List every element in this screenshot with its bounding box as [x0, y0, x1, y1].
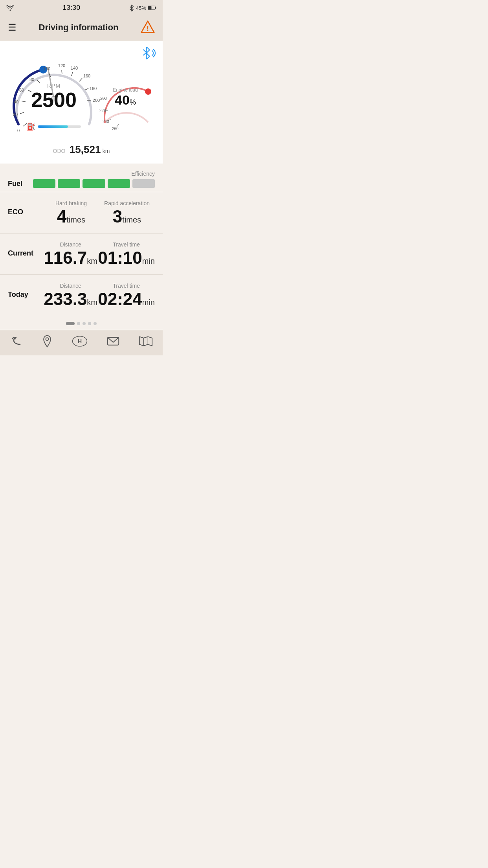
- fuel-bar: ⛽: [27, 122, 81, 131]
- current-distance-label: Distance: [43, 241, 98, 248]
- svg-text:260: 260: [112, 127, 119, 131]
- fuel-seg-2: [58, 179, 80, 188]
- odo-label: ODO: [53, 148, 66, 154]
- efficiency-section: Efficiency Fuel: [0, 164, 163, 192]
- battery-icon: [148, 5, 156, 11]
- rpm-display: RPM 2500: [31, 83, 77, 110]
- bottom-nav: H: [0, 330, 163, 355]
- nav-home[interactable]: H: [72, 335, 88, 348]
- fuel-segments: [33, 179, 155, 188]
- engine-load-value: 40%: [113, 93, 138, 107]
- current-cols: Distance 116.7km Travel time 01:10min: [43, 241, 155, 267]
- fuel-label: Fuel: [8, 180, 28, 188]
- fuel-seg-1: [33, 179, 55, 188]
- fuel-pump-icon: ⛽: [27, 122, 35, 131]
- nav-message[interactable]: [107, 336, 119, 347]
- gauges-row: 0 20 40 60 80 100 120: [4, 48, 159, 142]
- nav-location[interactable]: [42, 335, 53, 348]
- page-dot-3[interactable]: [83, 322, 86, 325]
- svg-rect-4: [155, 7, 156, 9]
- svg-text:180: 180: [90, 86, 97, 91]
- eco-label: ECO: [8, 200, 43, 216]
- engine-load-display: Engine load 40%: [113, 87, 138, 107]
- svg-text:!: !: [147, 25, 149, 33]
- hard-braking-value: 4times: [43, 208, 99, 225]
- status-time: 13:30: [62, 4, 80, 12]
- page-dot-2[interactable]: [77, 322, 80, 325]
- bluetooth-icon: [129, 4, 134, 11]
- svg-marker-47: [139, 337, 152, 346]
- svg-line-24: [62, 70, 62, 74]
- rpm-label: RPM: [31, 83, 77, 89]
- svg-text:80: 80: [29, 77, 34, 82]
- page-dot-5[interactable]: [94, 322, 97, 325]
- rapid-accel-label: Rapid acceleration: [99, 200, 155, 206]
- fuel-seg-5: [132, 179, 155, 188]
- current-stats-row: Current Distance 116.7km Travel time 01:…: [8, 241, 155, 267]
- svg-rect-3: [148, 6, 152, 9]
- menu-button[interactable]: ☰: [8, 22, 17, 33]
- page-title: Driving information: [39, 22, 119, 33]
- svg-line-16: [22, 101, 26, 102]
- eco-cols: Hard braking 4times Rapid acceleration 3…: [43, 200, 155, 225]
- wifi-icon: [6, 5, 14, 11]
- hyundai-logo-icon: H: [72, 335, 88, 348]
- svg-point-34: [145, 88, 151, 95]
- nav-back[interactable]: [10, 335, 22, 348]
- svg-text:140: 140: [71, 66, 78, 70]
- status-right: 45%: [129, 4, 156, 11]
- header: ☰ Driving information !: [0, 14, 163, 41]
- page-dot-4[interactable]: [88, 322, 91, 325]
- svg-text:120: 120: [58, 63, 65, 68]
- back-icon: [10, 335, 22, 348]
- fuel-efficiency-row: Fuel: [8, 179, 155, 188]
- today-label: Today: [8, 283, 43, 299]
- svg-point-43: [46, 338, 48, 340]
- fuel-seg-3: [83, 179, 105, 188]
- battery-text: 45%: [136, 5, 146, 11]
- svg-line-7: [143, 50, 146, 52]
- engine-load-label: Engine load: [113, 87, 138, 93]
- svg-text:0: 0: [17, 128, 20, 133]
- page-dot-1[interactable]: [66, 322, 75, 325]
- hard-braking-label: Hard braking: [43, 200, 99, 206]
- current-distance-col: Distance 116.7km: [43, 241, 98, 267]
- efficiency-label: Efficiency: [8, 171, 155, 177]
- odo-value: 15,521: [70, 143, 101, 155]
- engine-load-gauge: 200 220 240 260 Engine load 40%: [97, 55, 156, 134]
- svg-text:240: 240: [103, 120, 109, 124]
- status-bar: 13:30 45%: [0, 0, 163, 14]
- fuel-level-track: [38, 125, 81, 128]
- alert-button[interactable]: !: [141, 20, 155, 35]
- svg-text:H: H: [78, 338, 82, 344]
- current-travel-value: 01:10min: [98, 249, 155, 267]
- today-stats-row: Today Distance 233.3km Travel time 02:24…: [8, 283, 155, 308]
- svg-line-26: [72, 72, 73, 76]
- eco-stats-row: ECO Hard braking 4times Rapid accelerati…: [8, 200, 155, 225]
- svg-text:40: 40: [14, 99, 18, 104]
- today-travel-value: 02:24min: [98, 291, 155, 308]
- current-travel-col: Travel time 01:10min: [98, 241, 155, 267]
- svg-line-28: [79, 78, 82, 81]
- nav-map[interactable]: [139, 335, 153, 348]
- svg-line-8: [143, 52, 146, 55]
- hard-braking-col: Hard braking 4times: [43, 200, 99, 225]
- eco-section: ECO Hard braking 4times Rapid accelerati…: [0, 192, 163, 233]
- svg-text:220: 220: [99, 108, 106, 113]
- svg-line-14: [20, 112, 24, 114]
- rpm-gauge: 0 20 40 60 80 100 120: [7, 48, 101, 142]
- today-distance-label: Distance: [43, 283, 98, 289]
- today-cols: Distance 233.3km Travel time 02:24min: [43, 283, 155, 308]
- current-distance-value: 116.7km: [43, 249, 98, 267]
- current-section: Current Distance 116.7km Travel time 01:…: [0, 233, 163, 274]
- today-travel-label: Travel time: [98, 283, 155, 289]
- svg-text:200: 200: [100, 96, 107, 101]
- fuel-level-fill: [38, 125, 68, 128]
- svg-text:20: 20: [13, 112, 18, 117]
- message-icon: [107, 336, 119, 347]
- fuel-seg-4: [108, 179, 130, 188]
- today-distance-value: 233.3km: [43, 291, 98, 308]
- odometer: ODO 15,521 km: [4, 143, 159, 156]
- rapid-accel-value: 3times: [99, 208, 155, 225]
- rapid-accel-col: Rapid acceleration 3times: [99, 200, 155, 225]
